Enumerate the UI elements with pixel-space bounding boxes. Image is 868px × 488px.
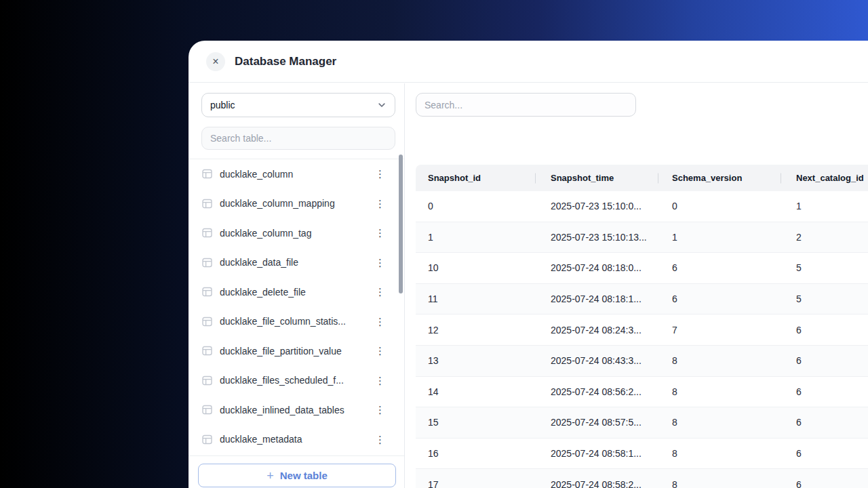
table-icon (202, 434, 212, 445)
table-row[interactable]: 11 2025-07-24 08:18:1... 6 5 (416, 284, 868, 315)
cell-next-catalog-id: 6 (781, 355, 868, 366)
cell-schema-version: 1 (658, 232, 781, 243)
sidebar-table-item[interactable]: ducklake_metadata ⋮ (189, 425, 401, 455)
cell-schema-version: 8 (658, 448, 781, 459)
cell-snapshot-id: 1 (416, 232, 536, 243)
table-icon (202, 169, 212, 179)
schema-select[interactable]: public (201, 93, 395, 117)
table-icon (202, 199, 212, 209)
cell-next-catalog-id: 6 (781, 417, 868, 428)
cell-schema-version: 6 (658, 293, 781, 304)
sidebar-scrollbar[interactable] (399, 155, 403, 293)
table-icon (202, 258, 212, 268)
table-name-label: ducklake_column (220, 169, 372, 180)
cell-snapshot-time: 2025-07-24 08:43:3... (536, 355, 658, 366)
cell-snapshot-id: 14 (416, 386, 536, 397)
table-body: 0 2025-07-23 15:10:0... 0 1 1 2025-07-23… (416, 191, 868, 488)
table-row[interactable]: 15 2025-07-24 08:57:5... 8 6 (416, 407, 868, 439)
table-row[interactable]: 17 2025-07-24 08:58:2... 8 6 (416, 469, 868, 488)
cell-snapshot-id: 10 (416, 262, 536, 273)
table-name-label: ducklake_delete_file (220, 287, 372, 298)
table-icon (202, 228, 212, 238)
sidebar-table-item[interactable]: ducklake_files_scheduled_f... ⋮ (189, 366, 401, 396)
cell-snapshot-id: 11 (416, 293, 536, 304)
kebab-menu-icon[interactable]: ⋮ (372, 344, 388, 357)
chevron-down-icon (377, 100, 387, 110)
cell-next-catalog-id: 6 (781, 386, 868, 397)
cell-snapshot-time: 2025-07-23 15:10:13... (536, 232, 658, 243)
cell-snapshot-time: 2025-07-24 08:24:3... (536, 325, 658, 336)
new-table-button[interactable]: + New table (198, 464, 396, 487)
cell-next-catalog-id: 1 (781, 201, 868, 211)
kebab-menu-icon[interactable]: ⋮ (372, 226, 388, 239)
table-name-label: ducklake_files_scheduled_f... (220, 375, 372, 386)
cell-schema-version: 8 (658, 355, 781, 366)
table-name-label: ducklake_file_column_statis... (220, 316, 372, 327)
cell-snapshot-time: 2025-07-24 08:58:1... (536, 448, 658, 459)
sidebar-table-item[interactable]: ducklake_column_tag ⋮ (189, 218, 401, 248)
table-icon (202, 405, 212, 415)
cell-snapshot-time: 2025-07-24 08:57:5... (536, 417, 658, 428)
page-title: Database Manager (235, 55, 336, 68)
table-icon (202, 375, 212, 386)
table-row[interactable]: 14 2025-07-24 08:56:2... 8 6 (416, 377, 868, 408)
table-list: ducklake_column ⋮ ducklake_column_mappin… (189, 159, 401, 454)
plus-icon: + (267, 470, 274, 482)
cell-snapshot-time: 2025-07-24 08:18:0... (536, 262, 658, 273)
cell-snapshot-time: 2025-07-24 08:58:2... (536, 479, 658, 488)
sidebar-footer: + New table (189, 455, 404, 488)
row-search-input[interactable] (416, 93, 636, 117)
column-header[interactable]: Snapshot_time (536, 173, 658, 183)
column-header[interactable]: Next_catalog_id (781, 173, 868, 183)
table-row[interactable]: 13 2025-07-24 08:43:3... 8 6 (416, 346, 868, 377)
close-button[interactable]: × (206, 52, 225, 71)
table-icon (202, 317, 212, 327)
cell-snapshot-id: 16 (416, 448, 536, 459)
table-icon (202, 287, 212, 297)
cell-snapshot-id: 15 (416, 417, 536, 428)
data-table: Snapshot_idSnapshot_timeSchema_versionNe… (416, 165, 868, 488)
sidebar-table-item[interactable]: ducklake_inlined_data_tables ⋮ (189, 395, 401, 425)
table-name-label: ducklake_column_tag (220, 228, 372, 239)
kebab-menu-icon[interactable]: ⋮ (372, 197, 388, 210)
sidebar-table-item[interactable]: ducklake_file_partition_value ⋮ (189, 336, 401, 366)
column-header[interactable]: Snapshot_id (416, 173, 536, 183)
table-name-label: ducklake_column_mapping (220, 198, 372, 209)
sidebar-table-item[interactable]: ducklake_column ⋮ (189, 159, 401, 189)
cell-snapshot-id: 17 (416, 479, 536, 488)
table-row[interactable]: 16 2025-07-24 08:58:1... 8 6 (416, 439, 868, 470)
kebab-menu-icon[interactable]: ⋮ (372, 374, 388, 387)
panel-header: × Database Manager (189, 41, 868, 83)
kebab-menu-icon[interactable]: ⋮ (372, 315, 388, 328)
database-manager-panel: × Database Manager public ducklake_colum (189, 41, 868, 488)
cell-schema-version: 8 (658, 386, 781, 397)
table-row[interactable]: 0 2025-07-23 15:10:0... 0 1 (416, 191, 868, 222)
table-name-label: ducklake_data_file (220, 257, 372, 268)
table-icon (202, 346, 212, 356)
sidebar-table-item[interactable]: ducklake_column_mapping ⋮ (189, 189, 401, 219)
sidebar-table-item[interactable]: ducklake_data_file ⋮ (189, 248, 401, 278)
table-name-label: ducklake_metadata (220, 434, 372, 445)
cell-schema-version: 8 (658, 479, 781, 488)
table-row[interactable]: 1 2025-07-23 15:10:13... 1 2 (416, 222, 868, 253)
table-row[interactable]: 12 2025-07-24 08:24:3... 7 6 (416, 314, 868, 346)
cell-schema-version: 8 (658, 417, 781, 428)
cell-snapshot-time: 2025-07-24 08:18:1... (536, 293, 658, 304)
column-header[interactable]: Schema_version (658, 173, 781, 183)
kebab-menu-icon[interactable]: ⋮ (372, 433, 388, 446)
main-content: Snapshot_idSnapshot_timeSchema_versionNe… (406, 83, 868, 488)
kebab-menu-icon[interactable]: ⋮ (372, 403, 388, 416)
kebab-menu-icon[interactable]: ⋮ (372, 285, 388, 298)
cell-next-catalog-id: 6 (781, 325, 868, 336)
table-search-input[interactable] (201, 127, 395, 150)
sidebar-table-item[interactable]: ducklake_file_column_statis... ⋮ (189, 307, 401, 337)
cell-next-catalog-id: 6 (781, 448, 868, 459)
cell-schema-version: 7 (658, 325, 781, 336)
new-table-label: New table (280, 470, 328, 481)
cell-snapshot-id: 12 (416, 325, 536, 336)
sidebar-table-item[interactable]: ducklake_delete_file ⋮ (189, 277, 401, 307)
close-icon: × (212, 56, 218, 67)
kebab-menu-icon[interactable]: ⋮ (372, 256, 388, 269)
kebab-menu-icon[interactable]: ⋮ (372, 167, 388, 180)
table-row[interactable]: 10 2025-07-24 08:18:0... 6 5 (416, 253, 868, 284)
